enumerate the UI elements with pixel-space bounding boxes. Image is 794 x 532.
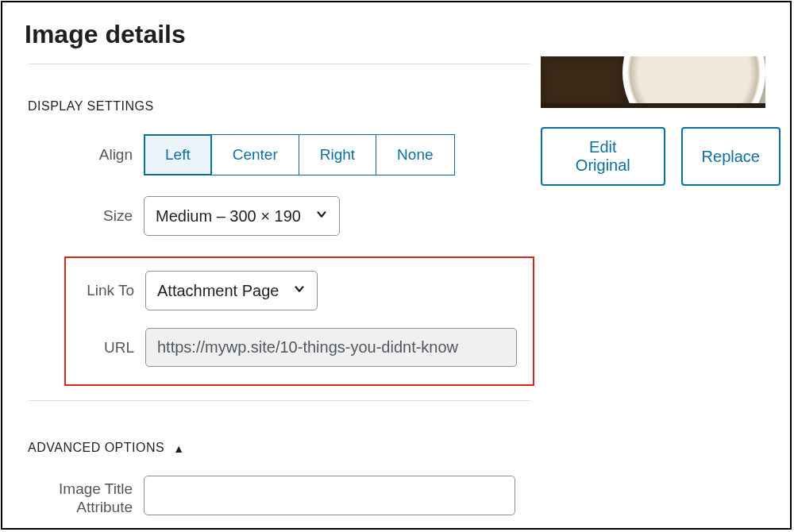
size-row: Size Medium – 300 × 190 (25, 196, 534, 236)
url-label: URL (66, 339, 145, 357)
main-content: DISPLAY SETTINGS Align Left Center Right… (2, 57, 790, 532)
link-to-select-wrap: Attachment Page (145, 271, 318, 310)
image-details-dialog: Image details DISPLAY SETTINGS Align Lef… (1, 1, 792, 530)
link-to-select[interactable]: Attachment Page (145, 271, 318, 310)
url-row: URL https://mywp.site/10-things-you-didn… (66, 328, 533, 367)
triangle-up-icon: ▲ (173, 442, 184, 455)
settings-column: DISPLAY SETTINGS Align Left Center Right… (2, 57, 534, 532)
dialog-title: Image details (2, 2, 790, 57)
image-title-attribute-row: Image Title Attribute (25, 476, 534, 517)
align-label: Align (25, 146, 144, 164)
size-select[interactable]: Medium – 300 × 190 (144, 196, 340, 236)
image-title-attribute-label: Image Title Attribute (25, 476, 144, 517)
size-select-wrap: Medium – 300 × 190 (144, 196, 340, 236)
link-highlight-box: Link To Attachment Page URL https://mywp… (64, 256, 534, 386)
image-thumbnail (541, 56, 765, 108)
align-row: Align Left Center Right None (25, 134, 534, 175)
align-none-button[interactable]: None (376, 134, 454, 175)
advanced-options-label: ADVANCED OPTIONS (28, 441, 164, 454)
align-center-button[interactable]: Center (211, 134, 299, 175)
align-right-button[interactable]: Right (299, 134, 376, 175)
edit-original-button[interactable]: Edit Original (541, 127, 665, 186)
image-actions: Edit Original Replace (541, 127, 781, 186)
preview-column: Edit Original Replace (534, 57, 790, 186)
replace-button[interactable]: Replace (681, 127, 781, 186)
link-to-label: Link To (66, 282, 145, 299)
image-title-attribute-input[interactable] (144, 476, 515, 515)
align-left-button[interactable]: Left (144, 134, 211, 175)
advanced-options-heading[interactable]: ADVANCED OPTIONS ▲ (25, 401, 534, 476)
display-settings-heading: DISPLAY SETTINGS (25, 64, 534, 134)
link-to-row: Link To Attachment Page (66, 271, 533, 310)
url-field[interactable]: https://mywp.site/10-things-you-didnt-kn… (145, 328, 517, 367)
align-button-group: Left Center Right None (144, 134, 455, 175)
size-label: Size (25, 207, 144, 225)
